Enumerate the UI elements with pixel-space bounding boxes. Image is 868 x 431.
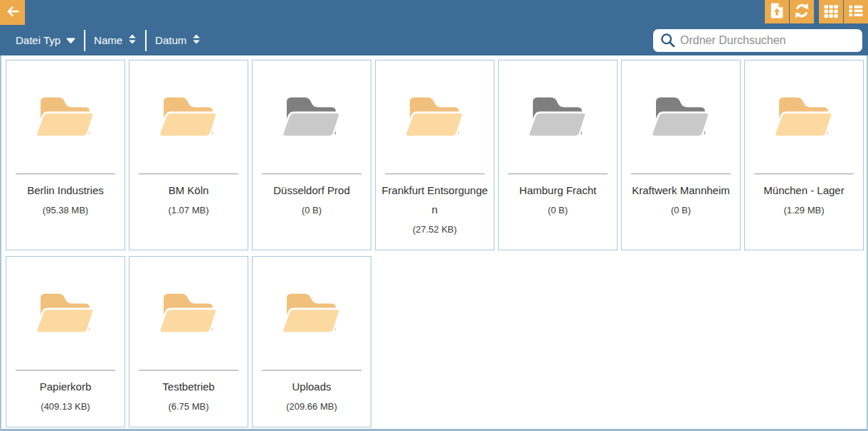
sort-item-name[interactable]: Name xyxy=(85,33,145,47)
folder-size: (0 B) xyxy=(302,203,322,218)
folder-icon xyxy=(33,288,98,339)
folder-card[interactable]: München - Lager (1.29 MB) xyxy=(744,60,864,250)
folder-card[interactable]: Kraftwerk Mannheim (0 B) xyxy=(621,60,741,250)
card-divider xyxy=(16,174,115,174)
folder-name: Uploads xyxy=(257,377,366,396)
card-divider xyxy=(262,370,361,371)
arrow-left-icon xyxy=(5,4,21,22)
folder-grid: Berlin Industries (95.38 MB) BM Köln (1.… xyxy=(6,60,867,427)
toolbar-actions xyxy=(764,0,868,23)
folder-name: Frankfurt Entsorgungen xyxy=(380,181,489,219)
folder-icon xyxy=(402,92,467,142)
folder-name: Berlin Industries xyxy=(11,181,120,200)
folder-size: (409.13 KB) xyxy=(41,399,90,414)
card-divider xyxy=(385,174,485,174)
folder-icon xyxy=(279,288,344,339)
folder-name: Düsseldorf Prod xyxy=(257,181,366,200)
folder-size: (1.29 MB) xyxy=(783,203,824,218)
folder-card[interactable]: Papierkorb (409.13 KB) xyxy=(6,256,125,427)
folder-icon xyxy=(771,92,837,142)
grid-view-button[interactable] xyxy=(819,0,843,23)
back-button[interactable] xyxy=(0,0,25,25)
refresh-icon xyxy=(793,2,810,22)
folder-card[interactable]: Uploads (209.66 MB) xyxy=(252,256,371,427)
card-divider xyxy=(754,174,854,174)
folder-size: (6.75 MB) xyxy=(168,399,208,414)
folder-card[interactable]: Testbetrieb (6.75 MB) xyxy=(129,256,248,427)
folder-icon xyxy=(156,92,221,142)
folder-icon xyxy=(648,92,714,142)
card-divider xyxy=(631,174,731,174)
folder-icon xyxy=(33,92,98,142)
folder-search-box xyxy=(653,29,862,52)
upload-file-button[interactable] xyxy=(765,0,789,23)
folder-icon xyxy=(279,92,344,142)
folder-size: (27.52 KB) xyxy=(413,222,457,237)
folder-name: BM Köln xyxy=(134,181,243,200)
search-input[interactable] xyxy=(680,34,856,47)
folder-size: (1.07 MB) xyxy=(168,203,208,218)
folder-card[interactable]: BM Köln (1.07 MB) xyxy=(129,60,248,250)
folder-icon xyxy=(525,92,591,142)
card-divider xyxy=(16,370,115,371)
folder-name: Kraftwerk Mannheim xyxy=(626,181,736,200)
folder-card[interactable]: Berlin Industries (95.38 MB) xyxy=(6,60,125,250)
sort-item-label: Name xyxy=(94,34,122,46)
folder-size: (0 B) xyxy=(671,203,691,218)
card-divider xyxy=(139,174,238,174)
folder-icon xyxy=(156,288,221,339)
sort-both-icon xyxy=(128,33,137,47)
sort-item-label: Datum xyxy=(155,34,186,46)
card-divider xyxy=(139,370,238,371)
list-view-button[interactable] xyxy=(844,0,868,23)
grid-view-icon xyxy=(822,2,840,22)
folder-name: Hamburg Fracht xyxy=(503,181,613,200)
folder-card[interactable]: Frankfurt Entsorgungen (27.52 KB) xyxy=(375,60,494,250)
card-divider xyxy=(262,174,361,174)
folder-size: (0 B) xyxy=(548,203,568,218)
content-area: Berlin Industries (95.38 MB) BM Köln (1.… xyxy=(0,55,868,431)
folder-name: Papierkorb xyxy=(11,377,120,396)
sort-both-icon xyxy=(192,33,201,47)
list-view-icon xyxy=(847,2,864,22)
top-toolbar xyxy=(0,0,868,25)
folder-card[interactable]: Hamburg Fracht (0 B) xyxy=(498,60,618,250)
card-divider xyxy=(508,174,608,174)
search-icon xyxy=(660,32,676,48)
folder-size: (209.66 MB) xyxy=(286,399,337,414)
folder-card[interactable]: Düsseldorf Prod (0 B) xyxy=(252,60,371,250)
caret-down-icon xyxy=(66,34,75,46)
folder-size: (95.38 MB) xyxy=(43,203,88,218)
sort-item-label: Datei Typ xyxy=(16,34,60,46)
upload-file-icon xyxy=(770,1,784,22)
folder-name: München - Lager xyxy=(749,181,859,200)
sort-item-datei-typ[interactable]: Datei Typ xyxy=(7,34,84,46)
sort-item-datum[interactable]: Datum xyxy=(147,33,209,47)
refresh-button[interactable] xyxy=(790,0,814,23)
sort-search-bar: Datei Typ Name Datum xyxy=(0,25,868,55)
folder-name: Testbetrieb xyxy=(134,377,243,396)
